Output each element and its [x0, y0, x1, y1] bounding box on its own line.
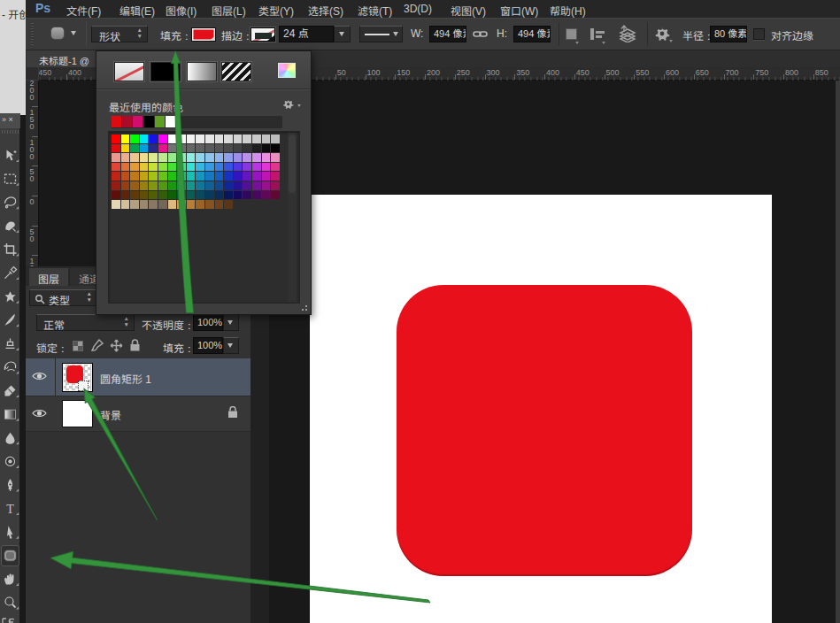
svg-text:T: T: [6, 503, 14, 516]
